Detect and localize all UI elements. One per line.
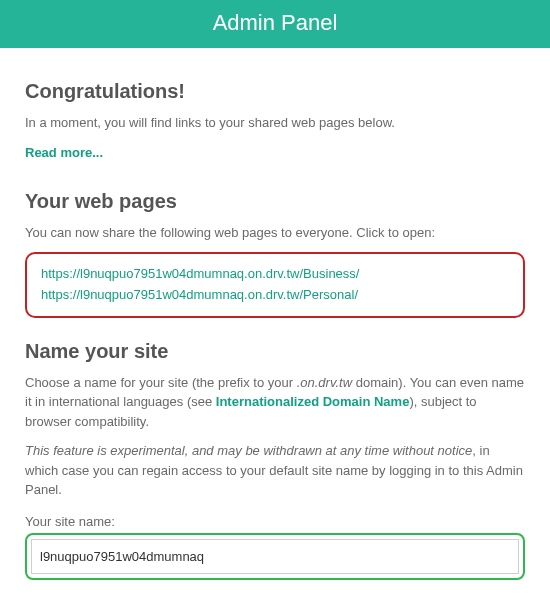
domain-suffix: .on.drv.tw bbox=[297, 375, 352, 390]
webpages-text: You can now share the following web page… bbox=[25, 223, 525, 243]
site-name-frame bbox=[25, 533, 525, 580]
shared-link-business[interactable]: https://l9nuqpuo7951w04dmumnaq.on.drv.tw… bbox=[41, 264, 509, 285]
read-more-link[interactable]: Read more... bbox=[25, 145, 103, 160]
congrats-heading: Congratulations! bbox=[25, 80, 525, 103]
text-fragment: Choose a name for your site (the prefix … bbox=[25, 375, 297, 390]
site-name-input[interactable] bbox=[31, 539, 519, 574]
name-site-para1: Choose a name for your site (the prefix … bbox=[25, 373, 525, 432]
site-name-label: Your site name: bbox=[25, 514, 525, 529]
experimental-notice: This feature is experimental, and may be… bbox=[25, 443, 472, 458]
congrats-text: In a moment, you will find links to your… bbox=[25, 113, 525, 133]
webpages-heading: Your web pages bbox=[25, 190, 525, 213]
content: Congratulations! In a moment, you will f… bbox=[0, 48, 550, 595]
page-header: Admin Panel bbox=[0, 0, 550, 48]
name-site-heading: Name your site bbox=[25, 340, 525, 363]
idn-link[interactable]: Internationalized Domain Name bbox=[216, 394, 410, 409]
shared-link-personal[interactable]: https://l9nuqpuo7951w04dmumnaq.on.drv.tw… bbox=[41, 285, 509, 306]
site-name-helper: You may pick a new name. bbox=[25, 590, 525, 595]
links-frame: https://l9nuqpuo7951w04dmumnaq.on.drv.tw… bbox=[25, 252, 525, 318]
page-title: Admin Panel bbox=[213, 10, 338, 35]
name-site-para2: This feature is experimental, and may be… bbox=[25, 441, 525, 500]
